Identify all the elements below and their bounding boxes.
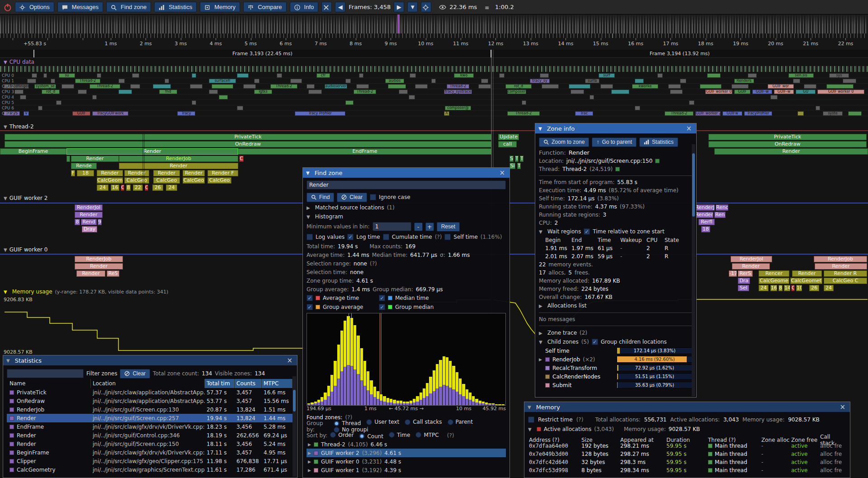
zone-statistics-button[interactable]: Statistics (639, 137, 678, 147)
expand-icon[interactable]: ▶ (539, 357, 542, 362)
cpu-segment[interactable] (61, 84, 74, 89)
cpu-segment[interactable]: sen.sis (788, 73, 814, 78)
legend-checkbox[interactable]: ✓ (307, 295, 313, 301)
zone-info-titlebar[interactable]: ▼ Zone info × (535, 123, 696, 133)
close-icon[interactable]: × (498, 170, 506, 176)
timeline-zone[interactable]: Render (97, 170, 123, 176)
cpu-segment[interactable] (277, 73, 282, 78)
timeline-zone[interactable]: Render (695, 212, 713, 218)
cpu-segment[interactable] (843, 79, 856, 83)
statistics-row[interactable]: Renderjni/../jni/src/guif/Control.cpp:34… (7, 431, 293, 440)
cpu-segment[interactable]: composer@ (445, 106, 471, 110)
cpu-segment[interactable] (237, 73, 249, 78)
cpu-segment[interactable] (165, 79, 169, 83)
timeline-zone[interactable]: Render (124, 170, 149, 176)
timeline-zone[interactable]: CalcGeo (124, 177, 149, 184)
log-time-checkbox[interactable]: ✓ (347, 234, 354, 240)
cpu-segment[interactable] (635, 79, 644, 83)
clear-button[interactable]: Clear (337, 193, 367, 202)
histogram-plot[interactable] (307, 313, 506, 406)
legend-checkbox[interactable]: ✓ (379, 304, 385, 310)
timeline-zone[interactable]: PrivateTick (708, 134, 867, 140)
timeline-zone[interactable]: C (239, 156, 244, 162)
collapse-icon[interactable]: ▼ (539, 229, 542, 234)
compare-button[interactable]: Compare (243, 2, 286, 12)
cpu-segment[interactable]: Thread-2 (354, 90, 376, 94)
legend-checkbox[interactable]: ✓ (379, 295, 385, 301)
timeline-zone[interactable]: 24 (759, 285, 769, 291)
col-size[interactable]: Size (581, 437, 620, 443)
cpu-segment[interactable] (826, 84, 854, 89)
allocation-row[interactable]: 0x7dfc53d9988 bytes298.34 ms59.95 sMain … (528, 466, 846, 474)
col-total-time[interactable]: Total tim (205, 379, 235, 388)
col-name[interactable]: Name (8, 379, 91, 388)
timeline-zone[interactable]: Rencer (759, 270, 789, 277)
cpu-segment[interactable]: V (24, 111, 29, 116)
close-icon[interactable]: × (684, 125, 693, 132)
cpu-segment[interactable]: audios (385, 79, 404, 83)
timeline-zone[interactable]: CalcGeome (97, 177, 123, 184)
col-location[interactable]: Location (91, 379, 205, 388)
collapse-icon[interactable]: ▼ (528, 427, 532, 432)
cpu-segment[interactable] (611, 90, 629, 94)
timeline-zone[interactable]: Render (75, 263, 123, 270)
timeline-zone[interactable]: RerS (738, 270, 753, 277)
log-values-checkbox[interactable] (307, 234, 313, 240)
cpu-segment[interactable] (97, 73, 101, 78)
cpu-segment[interactable] (657, 73, 663, 78)
timeline-zone[interactable]: T (515, 156, 519, 162)
cpu-segment[interactable] (14, 90, 24, 94)
crosshair-button[interactable] (421, 2, 431, 12)
prev-frame-button[interactable]: ◀ (335, 2, 345, 12)
timeline-zone[interactable]: Re5 (107, 270, 119, 277)
timeline-zone[interactable]: CalcGeo (183, 177, 205, 184)
expand-icon[interactable]: ▶ (307, 205, 310, 210)
timeline-zone[interactable]: Renc (716, 204, 728, 211)
collapse-icon[interactable]: ▼ (307, 214, 310, 219)
cpu-segment[interactable]: TracyProfiler (744, 111, 772, 116)
cpu-data-section-header[interactable]: ▼CPU data (4, 59, 34, 65)
cpu-segment[interactable] (797, 111, 804, 116)
cpu-segment[interactable] (668, 84, 681, 89)
cpu-segment[interactable]: tracy_systrace (444, 90, 472, 94)
statistics-row[interactable]: BeginFramejni/../jni/src/claw/gfx/drv/vk… (7, 448, 293, 457)
cpu-segment[interactable] (571, 90, 584, 94)
cpu-segment[interactable] (689, 100, 694, 105)
frame-dropdown-button[interactable]: ▼ (407, 2, 418, 12)
cpu-segment[interactable] (212, 84, 233, 89)
cpu-segment[interactable] (816, 106, 820, 110)
timeline-zone[interactable]: BeginFrame (0, 148, 66, 155)
statistics-row[interactable]: Renderjni/../jni/src/guif/Screen.cpp:257… (7, 414, 293, 422)
col-address[interactable]: Address (529, 437, 551, 443)
statistics-row[interactable]: CalcGeometryjni/../jni/src/claw/graphics… (7, 465, 293, 474)
increment-button[interactable]: + (425, 222, 434, 231)
timeline-zone[interactable]: Render (792, 270, 822, 277)
cpu-segment[interactable]: tracy_sy (530, 79, 550, 83)
cpu-segment[interactable] (56, 100, 61, 105)
cpu-segment[interactable]: Thread-2 (75, 79, 100, 83)
cpu-segment[interactable] (680, 79, 686, 83)
child-zone-row[interactable]: Submit35.63 μs (0.79%) (539, 381, 693, 389)
cpu-segment[interactable] (192, 73, 196, 78)
messages-button[interactable]: Messages (57, 2, 103, 12)
tools-button[interactable] (321, 2, 332, 12)
cpu-segment[interactable]: su (59, 73, 75, 78)
statistics-row[interactable]: RenderJobjni/../jni/src/guif/Screen.cpp:… (7, 405, 293, 414)
cpu-segment[interactable]: surfacefl (209, 79, 236, 83)
sort-by-time[interactable]: Time (389, 432, 410, 438)
sort-by-order[interactable]: Order (330, 432, 354, 438)
cpu-segment[interactable]: TracyGUIFwork (92, 111, 128, 116)
cpu-segment[interactable] (92, 95, 97, 99)
frame-band[interactable]: Frame 3,193 (22.45 ms) Frame 3,194 (13.9… (0, 50, 868, 58)
zoom-to-zone-button[interactable]: Zoom to zone (539, 137, 589, 147)
timeline-zone[interactable]: Render (71, 156, 119, 162)
cpu-segment[interactable] (499, 73, 505, 78)
find-zone-button[interactable]: Find zone (106, 2, 151, 12)
cpu-segment[interactable] (118, 90, 132, 94)
timeline-zone[interactable]: 24 (824, 285, 834, 291)
cpu-segment[interactable]: GUIF worker 0 (705, 90, 732, 94)
cpu-segment[interactable] (700, 84, 722, 89)
child-zone-row[interactable]: RecalcTransform72.92 μs (1.62%) (539, 364, 693, 372)
find-zone-titlebar[interactable]: ▼ Find zone × (303, 168, 509, 178)
cpu-segment[interactable]: GUIF worker 0 (817, 90, 864, 94)
